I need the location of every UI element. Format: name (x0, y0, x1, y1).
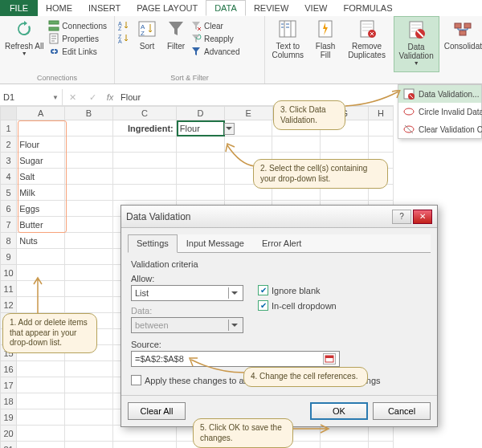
cell[interactable] (65, 393, 113, 409)
cell[interactable] (65, 185, 113, 201)
reapply-button[interactable]: Reapply (190, 32, 239, 45)
properties-button[interactable]: Properties (48, 32, 107, 45)
cell[interactable] (17, 120, 65, 136)
cell[interactable] (113, 136, 177, 153)
cell[interactable] (113, 442, 177, 448)
select-all-corner[interactable] (0, 106, 17, 120)
row-header[interactable]: 9 (0, 249, 17, 265)
cell[interactable] (65, 361, 113, 377)
cell[interactable] (113, 185, 177, 201)
edit-links-button[interactable]: Edit Links (48, 45, 107, 58)
row-header[interactable]: 8 (0, 233, 17, 249)
row-header[interactable]: 20 (0, 426, 17, 442)
file-tab[interactable]: FILE (0, 0, 38, 16)
row-header[interactable]: 5 (0, 185, 17, 201)
cell[interactable] (65, 409, 113, 426)
data-validation-button[interactable]: Data Validation ▼ (394, 16, 439, 72)
cell[interactable] (113, 426, 177, 442)
tab-error-alert[interactable]: Error Alert (253, 234, 311, 252)
col-header-H[interactable]: H (369, 106, 394, 120)
row-header[interactable]: 7 (0, 217, 17, 233)
tab-data[interactable]: DATA (206, 0, 246, 16)
cell[interactable] (177, 136, 225, 153)
cell[interactable]: Flour (177, 120, 225, 136)
cell[interactable] (113, 169, 177, 185)
tab-view[interactable]: VIEW (296, 0, 335, 16)
cell[interactable] (17, 409, 65, 426)
cell[interactable] (65, 217, 113, 233)
cell[interactable] (17, 377, 65, 393)
sort-button[interactable]: AZ Sort (133, 16, 161, 72)
cell[interactable] (65, 153, 113, 169)
cancel-button[interactable]: Cancel (373, 402, 431, 420)
tab-home[interactable]: HOME (38, 0, 80, 16)
filter-button[interactable]: Filter (161, 16, 190, 72)
dropdown-handle[interactable] (224, 123, 235, 135)
cell[interactable] (113, 153, 177, 169)
cell[interactable] (321, 136, 369, 153)
clear-all-button[interactable]: Clear All (128, 402, 186, 420)
cell[interactable] (177, 185, 225, 201)
cell[interactable] (65, 426, 113, 442)
cell[interactable]: Ingredient: (113, 120, 177, 136)
tab-formulas[interactable]: FORMULAS (335, 0, 400, 16)
col-header-D[interactable]: D (177, 106, 225, 120)
fx-icon[interactable]: fx (103, 92, 117, 102)
connections-button[interactable]: Connections (48, 19, 107, 32)
ignore-blank-checkbox[interactable]: ✔Ignore blank (258, 285, 337, 295)
flash-fill-button[interactable]: Flash Fill (311, 16, 341, 72)
row-header[interactable]: 17 (0, 377, 17, 393)
cell[interactable] (369, 136, 394, 153)
row-header[interactable]: 6 (0, 201, 17, 217)
cell[interactable]: Butter (17, 217, 65, 233)
col-header-B[interactable]: B (65, 106, 113, 120)
sort-az-button[interactable]: AZ (118, 19, 129, 32)
cell[interactable] (17, 361, 65, 377)
tab-insert[interactable]: INSERT (80, 0, 129, 16)
cell[interactable]: Eggs (17, 201, 65, 217)
row-header[interactable]: 21 (0, 442, 17, 448)
cell[interactable]: Salt (17, 169, 65, 185)
cell[interactable] (65, 265, 113, 281)
cell[interactable] (65, 201, 113, 217)
tab-input-message[interactable]: Input Message (178, 234, 253, 252)
row-header[interactable]: 3 (0, 153, 17, 169)
cell[interactable] (321, 442, 369, 448)
cell[interactable] (65, 377, 113, 393)
row-header[interactable]: 1 (0, 120, 17, 136)
row-header[interactable]: 18 (0, 393, 17, 409)
cell[interactable] (65, 120, 113, 136)
cell[interactable] (65, 297, 113, 313)
advanced-button[interactable]: Advanced (190, 45, 239, 58)
incell-dropdown-checkbox[interactable]: ✔In-cell dropdown (258, 300, 337, 311)
cell[interactable] (369, 442, 394, 448)
text-to-columns-button[interactable]: Text to Columns (265, 16, 311, 72)
tab-page-layout[interactable]: PAGE LAYOUT (129, 0, 206, 16)
cell[interactable] (17, 393, 65, 409)
col-header-A[interactable]: A (17, 106, 65, 120)
row-header[interactable]: 19 (0, 409, 17, 426)
row-header[interactable]: 10 (0, 265, 17, 281)
cell[interactable] (65, 442, 113, 448)
close-button[interactable]: ✕ (413, 210, 432, 224)
cell[interactable]: Milk (17, 185, 65, 201)
menu-clear-validation[interactable]: Clear Validation C (398, 120, 481, 138)
menu-circle-invalid[interactable]: Circle Invalid Data (398, 103, 481, 120)
cell[interactable] (17, 442, 65, 448)
tab-review[interactable]: REVIEW (246, 0, 296, 16)
cell[interactable] (17, 249, 65, 265)
cell[interactable]: Sugar (17, 153, 65, 169)
clear-button[interactable]: Clear (190, 19, 239, 32)
col-header-C[interactable]: C (113, 106, 177, 120)
cell[interactable] (177, 169, 225, 185)
cell[interactable] (17, 426, 65, 442)
sort-za-button[interactable]: ZA (118, 32, 129, 45)
cell[interactable] (177, 153, 225, 169)
cell[interactable] (65, 169, 113, 185)
cell[interactable] (65, 136, 113, 153)
cell[interactable]: Nuts (17, 233, 65, 249)
allow-combo[interactable]: List (131, 285, 243, 301)
name-box[interactable]: D1▼ (0, 89, 63, 105)
consolidate-button[interactable]: Consolidat (439, 16, 482, 72)
refresh-all-button[interactable]: Refresh All ▼ (0, 16, 48, 72)
